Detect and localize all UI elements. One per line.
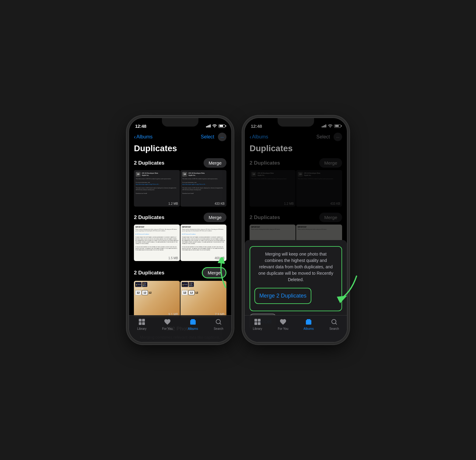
svg-rect-0 [139, 319, 142, 322]
photo-row-1-1: 16 iOS 16 Developer BetaApple Inc. This … [129, 170, 231, 207]
library-icon-1 [138, 318, 146, 326]
more-button-1[interactable]: ··· [218, 133, 226, 141]
dialog-overlay: Merging will keep one photo that combine… [245, 118, 347, 342]
group-title-1-1: 2 Duplicates [134, 160, 164, 166]
tab-label-search-2: Search [329, 327, 339, 330]
photo-thumb-1-1b[interactable]: 16 iOS 16 Developer BetaApple Inc. This … [180, 170, 226, 207]
back-button-1[interactable]: ‹ Albums [134, 134, 152, 140]
merge-button-1-3-highlighted[interactable]: Merge [202, 267, 226, 278]
tab-label-search-1: Search [214, 327, 223, 330]
svg-rect-3 [142, 322, 145, 325]
wifi-icon-1 [212, 124, 217, 128]
tab-bar-2: Library For You Albums [245, 315, 347, 342]
tab-library-1[interactable]: Library [129, 318, 155, 330]
svg-rect-13 [307, 319, 310, 320]
file-size-1-1a: 1.2 MB [168, 202, 178, 205]
tab-albums-1[interactable]: Albums [180, 318, 206, 330]
group-1-1: 2 Duplicates Merge 16 iOS 16 Developer B… [129, 157, 231, 207]
tab-foryou-2[interactable]: For You [270, 318, 296, 330]
tab-foryou-1[interactable]: For You [155, 318, 180, 330]
svg-rect-11 [258, 322, 261, 325]
albums-icon-1 [189, 318, 197, 326]
chevron-left-icon-1: ‹ [134, 134, 136, 140]
nav-header-1: ‹ Albums Select ··· [129, 131, 231, 144]
photo-thumb-1-2b[interactable]: IMPORTANT Please read the following term… [180, 225, 226, 261]
foryou-icon-1 [163, 318, 171, 326]
phone-frame-1: 12:48 [128, 117, 232, 343]
svg-rect-12 [306, 320, 311, 325]
notch-2 [278, 118, 314, 127]
tab-search-1[interactable]: Search [206, 318, 231, 330]
merge-button-1-2[interactable]: Merge [204, 213, 226, 222]
svg-point-6 [216, 319, 220, 324]
tab-label-library-2: Library [253, 327, 262, 330]
battery-icon-1 [219, 124, 225, 128]
tab-label-foryou-1: For You [162, 327, 173, 330]
dialog-box: Merging will keep one photo that combine… [250, 246, 342, 311]
screen-2: 12:48 [245, 118, 347, 342]
status-icons-1 [206, 124, 225, 128]
search-icon-1 [215, 318, 222, 326]
svg-rect-1 [142, 319, 145, 322]
screen-1: 12:48 [129, 118, 231, 342]
search-icon-2 [330, 318, 338, 326]
notch-1 [162, 118, 198, 127]
scroll-content-1[interactable]: 2 Duplicates Merge 16 iOS 16 Developer B… [129, 157, 231, 341]
foryou-icon-2 [279, 318, 287, 326]
group-header-1-1: 2 Duplicates Merge [129, 157, 231, 170]
photo-thumb-1-2a[interactable]: IMPORTANT Please read the following term… [134, 225, 180, 261]
photo-thumb-1-1a[interactable]: 16 iOS 16 Developer BetaApple Inc. This … [134, 170, 180, 207]
tab-label-albums-2: Albums [303, 327, 313, 330]
photo-row-1-2: IMPORTANT Please read the following term… [129, 225, 231, 261]
back-label-1: Albums [136, 134, 152, 140]
merge-button-1-1[interactable]: Merge [204, 158, 226, 168]
group-header-1-3: 2 Duplicates Merge [129, 266, 231, 281]
nav-actions-1: Select ··· [201, 133, 226, 141]
svg-point-14 [332, 319, 336, 324]
photo-thumb-1-3a[interactable]: 🔒Security 🚪 Door🔓 Unl..⚙️ Syst... Font &… [134, 281, 180, 317]
tab-bar-1: Library For You Albums [129, 315, 231, 342]
signal-icon-1 [206, 124, 211, 127]
photo-thumb-1-3b[interactable]: 🔒Security 🚪 Door🔓 Unl..⚙️ Syst... Font &… [180, 281, 226, 317]
time-1: 12:48 [135, 124, 146, 129]
dialog-message: Merging will keep one photo that combine… [254, 251, 337, 283]
group-1-2: 2 Duplicates Merge IMPORTANT Please read… [129, 211, 231, 261]
phone-1: 12:48 [128, 117, 232, 343]
tab-library-2[interactable]: Library [245, 318, 270, 330]
albums-icon-2 [305, 318, 313, 326]
photo-row-1-3: 🔒Security 🚪 Door🔓 Unl..⚙️ Syst... Font &… [129, 281, 231, 317]
tab-label-library-1: Library [137, 327, 147, 330]
svg-rect-5 [191, 319, 195, 320]
group-title-1-3: 2 Duplicates [134, 270, 164, 276]
group-1-3: 2 Duplicates Merge 🔒Security [129, 266, 231, 317]
phone-2: 12:48 [244, 117, 348, 343]
merge-duplicates-button[interactable]: Merge 2 Duplicates [254, 288, 311, 304]
svg-rect-4 [190, 320, 196, 325]
svg-rect-8 [254, 319, 257, 322]
phone-frame-2: 12:48 [244, 117, 348, 343]
svg-rect-10 [254, 322, 257, 325]
library-icon-2 [254, 318, 261, 326]
file-size-1-2a: 1.5 MB [168, 256, 178, 260]
select-button-1[interactable]: Select [201, 134, 214, 140]
svg-rect-2 [139, 322, 142, 325]
page-title-1: Duplicates [129, 144, 231, 157]
file-size-1-2b: 469 KB [215, 256, 225, 260]
group-title-1-2: 2 Duplicates [134, 214, 164, 221]
file-size-1-1b: 433 KB [215, 202, 225, 205]
tab-search-2[interactable]: Search [321, 318, 347, 330]
tab-label-albums-1: Albums [188, 327, 198, 330]
tab-albums-2[interactable]: Albums [296, 318, 321, 330]
svg-rect-9 [258, 319, 261, 322]
group-header-1-2: 2 Duplicates Merge [129, 211, 231, 225]
tab-label-foryou-2: For You [278, 327, 288, 330]
